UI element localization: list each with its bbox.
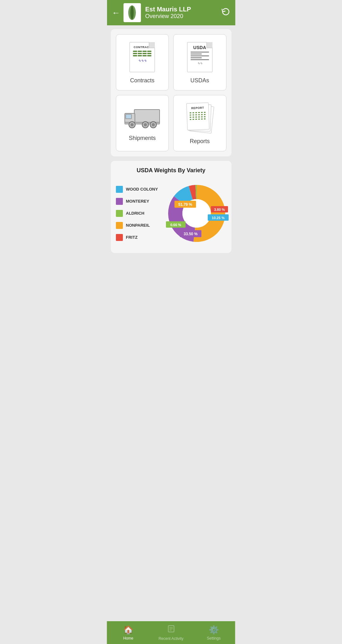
svg-point-8 [130, 123, 134, 126]
usda-icon: USDA ∿∿ [187, 42, 212, 72]
header: ← Est Mauris LLP Overview 2020 [107, 0, 235, 25]
chart-container: WOOD COLONY MONTEREY ALDRICH NONPAREIL F… [116, 180, 226, 247]
legend-label-wood-colony: WOOD COLONY [126, 187, 158, 192]
legend-color-wood-colony [116, 186, 123, 193]
menu-grid: CONTRACT [116, 34, 226, 151]
legend-color-aldrich [116, 210, 123, 217]
legend-color-fritz [116, 234, 123, 241]
legend-item-nonpareil: NONPAREIL [116, 222, 160, 229]
chart-legend: WOOD COLONY MONTEREY ALDRICH NONPAREIL F… [116, 186, 160, 241]
legend-color-nonpareil [116, 222, 123, 229]
svg-text:33.50 %: 33.50 % [183, 232, 197, 236]
contracts-button[interactable]: CONTRACT [116, 34, 169, 91]
svg-text:3.80 %: 3.80 % [214, 208, 225, 212]
chart-card: USDA Weights By Variety WOOD COLONY MONT… [111, 161, 231, 253]
usdas-label: USDAs [190, 77, 209, 84]
reports-button[interactable]: REPORT Reports [173, 95, 226, 151]
overview-subtitle: Overview 2020 [145, 13, 221, 20]
svg-text:51.79 %: 51.79 % [178, 202, 192, 207]
back-button[interactable]: ← [112, 8, 120, 18]
contracts-label: Contracts [130, 77, 155, 84]
donut-chart: 51.79 % 3.80 % 10.25 % 33.50 % [163, 180, 230, 247]
legend-item-aldrich: ALDRICH [116, 210, 160, 217]
legend-color-monterey [116, 198, 123, 205]
svg-point-10 [144, 123, 147, 126]
refresh-button[interactable] [221, 7, 230, 18]
legend-item-monterey: MONTEREY [116, 198, 160, 205]
header-text: Est Mauris LLP Overview 2020 [145, 6, 221, 20]
legend-label-monterey: MONTEREY [126, 199, 149, 204]
reports-icon: REPORT [186, 103, 213, 133]
legend-label-nonpareil: NONPAREIL [126, 223, 150, 228]
main-content: CONTRACT [107, 25, 235, 283]
legend-item-fritz: FRITZ [116, 234, 160, 241]
usdas-button[interactable]: USDA ∿∿ USDAs [173, 34, 226, 91]
menu-grid-card: CONTRACT [111, 29, 231, 156]
legend-label-aldrich: ALDRICH [126, 211, 145, 216]
svg-text:0.66 %: 0.66 % [170, 223, 181, 227]
svg-rect-5 [126, 114, 131, 119]
legend-label-fritz: FRITZ [126, 235, 138, 240]
legend-item-wood-colony: WOOD COLONY [116, 186, 160, 193]
chart-title: USDA Weights By Variety [116, 167, 226, 174]
shipments-button[interactable]: Shipments [116, 95, 169, 151]
svg-rect-3 [134, 110, 160, 123]
svg-text:10.25 %: 10.25 % [212, 216, 225, 220]
company-name: Est Mauris LLP [145, 6, 221, 13]
reports-label: Reports [190, 138, 210, 145]
truck-icon [123, 106, 161, 130]
svg-point-12 [152, 123, 155, 126]
shipments-label: Shipments [129, 135, 156, 142]
company-logo [124, 3, 141, 22]
contract-icon: CONTRACT [130, 42, 155, 72]
